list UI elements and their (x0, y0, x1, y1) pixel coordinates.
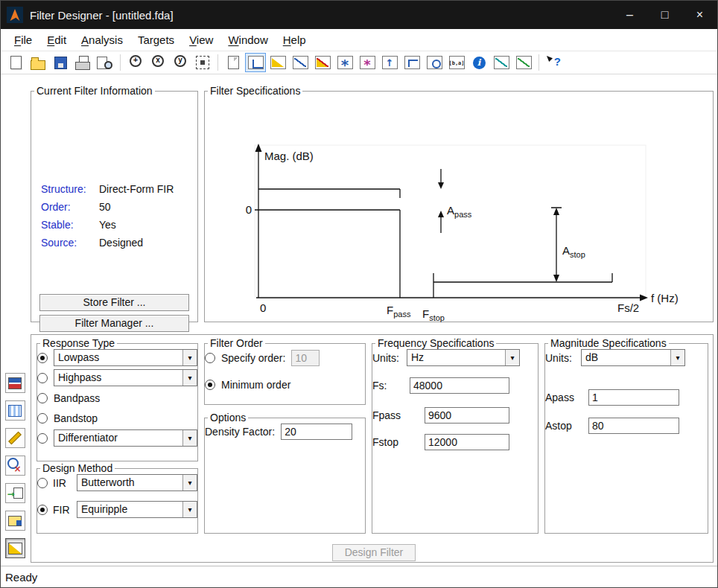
apass-label: Apass (545, 392, 588, 403)
chevron-down-icon[interactable] (182, 475, 197, 490)
phase-delay-icon[interactable] (357, 53, 378, 72)
filter-manager-button[interactable]: Filter Manager ... (39, 315, 189, 332)
group-delay-icon[interactable] (334, 53, 355, 72)
filter-specifications-icon[interactable] (245, 53, 266, 72)
magnitude-response-estimate-icon[interactable] (491, 53, 512, 72)
order-value: 50 (99, 201, 193, 213)
design-filter-icon[interactable] (5, 538, 25, 558)
lowpass-combobox[interactable]: Lowpass (54, 349, 197, 366)
filter-coefficients-icon[interactable]: [b,a] (446, 53, 467, 72)
astop-label: Astop (545, 420, 588, 432)
iir-radio[interactable] (37, 478, 48, 488)
transform-filter-icon[interactable] (5, 373, 25, 393)
mag-units-combobox[interactable]: dB (581, 349, 685, 366)
minimum-order-label: Minimum order (221, 379, 290, 391)
differentiator-radio[interactable] (37, 433, 48, 444)
filter-info-rows: Structure: Direct-Form FIR Order: 50 Sta… (41, 183, 193, 249)
whats-this-help-icon[interactable]: ? (544, 53, 565, 72)
chevron-down-icon[interactable] (505, 350, 519, 365)
apass-input[interactable] (588, 389, 679, 406)
freq-units-combobox[interactable]: Hz (407, 349, 520, 366)
realize-model-icon[interactable] (5, 511, 25, 531)
specify-order-radio[interactable] (205, 353, 215, 363)
save-icon[interactable] (50, 53, 71, 72)
menu-targets[interactable]: Targets (130, 31, 182, 49)
fstop-label: Fstop (372, 436, 425, 448)
multirate-filter-icon[interactable] (5, 400, 25, 421)
freq-units-value: Hz (407, 350, 505, 365)
filter-information-icon[interactable]: i (468, 53, 489, 72)
astop-input[interactable] (588, 418, 679, 434)
structure-value: Direct-Form FIR (99, 183, 193, 195)
close-button[interactable]: × (682, 1, 717, 29)
phase-response-icon[interactable] (290, 53, 311, 72)
filter-designer-window: Filter Designer - [untitled.fda] – □ × F… (0, 0, 718, 588)
zoom-x-icon[interactable] (147, 53, 168, 72)
print-preview-icon[interactable] (95, 53, 115, 72)
highpass-combobox[interactable]: Highpass (54, 369, 197, 386)
full-view-icon[interactable] (192, 53, 213, 72)
magnitude-response-icon[interactable] (267, 53, 288, 72)
iir-method-combobox[interactable]: Butterworth (77, 474, 197, 491)
maximize-button[interactable]: □ (647, 1, 682, 29)
fstop-input[interactable] (425, 434, 509, 450)
differentiator-combobox[interactable]: Differentiator (54, 429, 197, 447)
chevron-down-icon[interactable] (182, 370, 197, 386)
new-icon[interactable] (5, 53, 26, 72)
set-quantization-icon[interactable] (5, 428, 25, 448)
mag-units-label: Units: (545, 352, 581, 364)
step-response-icon[interactable] (401, 53, 422, 72)
window-title: Filter Designer - [untitled.fda] (30, 9, 174, 22)
menu-analysis[interactable]: Analysis (74, 31, 130, 49)
titlebar[interactable]: Filter Designer - [untitled.fda] – □ × (1, 1, 717, 29)
minimum-order-radio[interactable] (205, 380, 215, 390)
freq-units-label: Units: (372, 352, 407, 364)
chevron-down-icon[interactable] (670, 350, 684, 365)
design-method-group: Design Method IIR Butterworth FIR E (36, 462, 198, 534)
density-factor-input[interactable] (281, 424, 352, 440)
menu-view[interactable]: View (182, 31, 220, 49)
options-legend: Options (208, 412, 248, 424)
bandpass-radio[interactable] (37, 393, 48, 403)
source-label: Source: (41, 237, 99, 249)
menu-window[interactable]: Window (220, 31, 275, 49)
iir-method-value: Butterworth (77, 475, 182, 490)
open-icon[interactable] (28, 53, 48, 72)
stable-value: Yes (99, 219, 193, 231)
impulse-response-icon[interactable] (379, 53, 400, 72)
minimize-button[interactable]: – (612, 1, 647, 29)
zoom-y-icon[interactable] (170, 53, 191, 72)
chevron-down-icon[interactable] (182, 350, 197, 365)
fir-radio[interactable] (37, 505, 48, 515)
filter-spec-diagram: Mag. (dB) 0 Apass Astop 0 Fpass Fstop Fs… (207, 108, 712, 325)
pole-zero-editor-icon[interactable] (5, 456, 25, 476)
highpass-radio[interactable] (37, 373, 48, 383)
menu-file[interactable]: File (7, 31, 39, 49)
pole-zero-plot-icon[interactable] (424, 53, 445, 72)
specify-order-input[interactable] (291, 350, 320, 366)
info-glyph: i (468, 58, 489, 67)
fs-input[interactable] (410, 377, 509, 394)
toolbar-separator (217, 54, 218, 71)
current-filter-info-group: Current Filter Information Structure: Di… (31, 85, 198, 322)
fir-label: FIR (53, 504, 77, 516)
menu-edit[interactable]: Edit (39, 31, 74, 49)
import-filter-icon[interactable] (5, 483, 25, 503)
print-to-figure-icon[interactable] (223, 53, 244, 72)
round-off-noise-power-spectrum-icon[interactable] (513, 53, 534, 72)
print-icon[interactable] (72, 53, 93, 72)
fir-method-combobox[interactable]: Equiripple (77, 501, 197, 518)
chevron-down-icon[interactable] (182, 430, 197, 446)
design-filter-button[interactable]: Design Filter (332, 544, 416, 561)
design-panel: Response Type Lowpass Highpass (31, 334, 714, 563)
chevron-down-icon[interactable] (182, 502, 197, 517)
app-icon (7, 7, 23, 23)
store-filter-button[interactable]: Store Filter ... (39, 294, 189, 311)
magnitude-phase-responses-icon[interactable] (312, 53, 333, 72)
fpass-input[interactable] (425, 407, 509, 424)
zoom-in-icon[interactable] (125, 53, 146, 72)
diagram-x-axis-label: f (Hz) (651, 292, 679, 304)
bandstop-radio[interactable] (37, 413, 48, 424)
lowpass-radio[interactable] (37, 353, 48, 363)
menu-help[interactable]: Help (276, 31, 314, 49)
